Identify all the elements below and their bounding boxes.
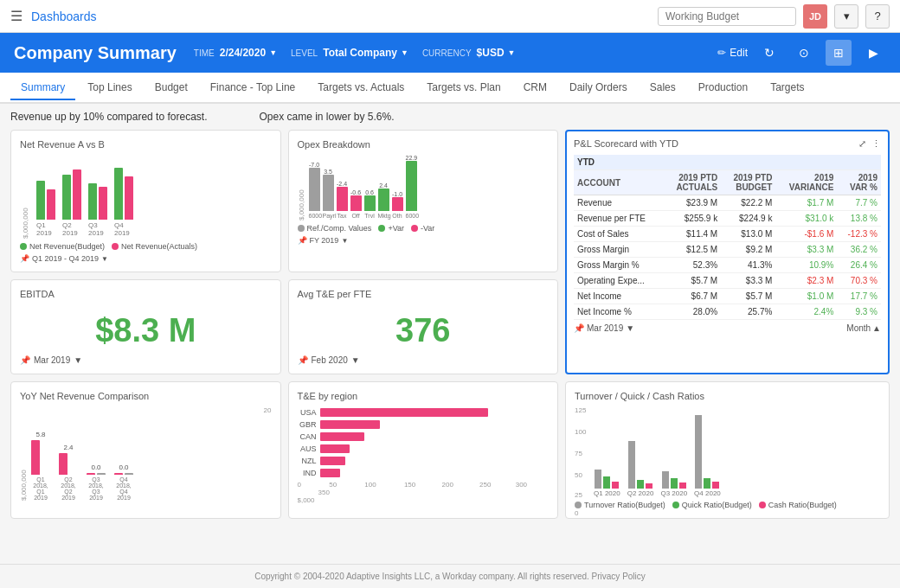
legend-actuals: Net Revenue(Actuals) (112, 242, 197, 251)
sc-arrow-icon: ▼ (626, 323, 634, 333)
tne-value: 376 (395, 314, 450, 347)
turnover-y-labels: 125 100 75 50 25 0 (575, 406, 586, 493)
opex-fill-3 (337, 187, 348, 211)
tne-filter[interactable]: 📌 Feb 2020 ▼ (298, 355, 360, 365)
opex-x-labels: 6000 Payrl Tax Off Trvl Mktg Oth 6000 (309, 211, 550, 220)
tne-region-row: USA (298, 408, 550, 417)
tab-budget[interactable]: Budget (145, 76, 198, 100)
table-row: Gross Margin$12.5 M$9.2 M$3.3 M36.2 % (574, 242, 881, 258)
tab-finance---top-line[interactable]: Finance - Top Line (200, 76, 306, 100)
nav-right: JD ▾ ? (658, 4, 890, 29)
level-value: Total Company (323, 47, 397, 59)
yoy-x4: Q4 2018, Q4 2019 (114, 476, 133, 501)
avatar[interactable]: JD (803, 4, 827, 29)
legend-cash: Cash Ratio(Budget) (759, 501, 837, 509)
opex-fill-1 (309, 168, 320, 211)
opex-fill-5 (364, 195, 376, 211)
tc-q3: Q3 2020 (660, 471, 687, 497)
col-account: ACCOUNT (574, 170, 664, 195)
pos-dot (378, 225, 385, 232)
y-25: 25 (575, 491, 582, 499)
nav-title[interactable]: Dashboards (31, 10, 97, 23)
table-row: Net Income %28.0%25.7%2.4%9.3 % (574, 304, 881, 320)
grid-button[interactable]: ⊞ (826, 40, 852, 66)
dashboard-grid: Net Revenue A vs B $,000,000 (10, 130, 890, 519)
yoy-group-4: 0.0 (114, 463, 133, 475)
tc-q1-cash (612, 482, 619, 489)
yoy-y-max: 20 (31, 406, 272, 414)
tab-sales[interactable]: Sales (640, 76, 686, 100)
tab-bar: SummaryTop LinesBudgetFinance - Top Line… (0, 73, 900, 104)
tne-region-label: CAN (298, 432, 317, 441)
turnover-card: Turnover / Quick / Cash Ratios 125 100 7… (565, 381, 890, 519)
level-control[interactable]: LEVEL Total Company ▼ (291, 47, 408, 59)
tc-q3-cash (679, 483, 686, 489)
legend-turnover: Turnover Ratio(Budget) (575, 501, 665, 509)
yoy-group-3: 0.0 (87, 463, 106, 475)
budget-label: Net Revenue(Budget) (29, 242, 105, 251)
expand-icon[interactable]: ⤢ (858, 138, 866, 150)
edit-button[interactable]: ✏ Edit (717, 47, 748, 59)
tc-q4-quick (704, 478, 710, 489)
net-revenue-legend: Net Revenue(Budget) Net Revenue(Actuals) (20, 242, 272, 251)
tne-card: Avg T&E per FTE 376 📌 Feb 2020 ▼ (288, 279, 559, 374)
level-arrow-icon: ▼ (401, 48, 408, 57)
yoy-bars: 5.8 2.4 (31, 414, 272, 475)
camera-button[interactable]: ⊙ (791, 40, 817, 66)
time-arrow-icon: ▼ (269, 48, 277, 57)
tab-summary[interactable]: Summary (10, 76, 75, 100)
more-icon[interactable]: ⋮ (871, 138, 881, 150)
opex-arrow-icon: ▼ (341, 237, 348, 245)
opex-filter-value: FY 2019 (310, 236, 339, 245)
currency-value: $USD (477, 47, 505, 59)
footer: Copyright © 2004-2020 Adaptive Insights … (0, 564, 900, 588)
scorecard-footer: 📌 Mar 2019 ▼ Month ▲ (574, 320, 881, 333)
legend-pos-var: +Var (378, 224, 404, 233)
ebitda-filter-val: Mar 2019 (34, 355, 70, 365)
tab-production[interactable]: Production (688, 76, 758, 100)
video-button[interactable]: ▶ (860, 40, 886, 66)
tab-top-lines[interactable]: Top Lines (77, 76, 142, 100)
summary-left: Revenue up by 10% compared to forecast. (10, 111, 207, 123)
filter-value: Q1 2019 - Q4 2019 (32, 254, 99, 263)
tne-x-50: 50 (329, 481, 337, 489)
tab-targets[interactable]: Targets (760, 76, 814, 100)
opex-filter[interactable]: 📌 FY 2019 ▼ (298, 236, 550, 245)
cash-dot (759, 502, 766, 508)
net-revenue-filter[interactable]: 📌 Q1 2019 - Q4 2019 ▼ (20, 254, 272, 263)
refresh-button[interactable]: ↻ (756, 40, 782, 66)
user-menu-icon[interactable]: ▾ (834, 4, 858, 29)
edit-label: Edit (730, 47, 748, 59)
currency-control[interactable]: CURRENCY $USD ▼ (422, 47, 516, 59)
yoy-y-label: $,000,000 (20, 406, 28, 501)
tne-region-bar (320, 408, 488, 417)
sc-period[interactable]: Month ▲ (846, 323, 881, 333)
tab-targets-vs.-actuals[interactable]: Targets vs. Actuals (307, 76, 415, 100)
sc-period-value: Month (846, 323, 871, 333)
yoy-x3: Q3 2018, Q3 2019 (87, 476, 106, 501)
yoy-card: YoY Net Revenue Comparison $,000,000 20 … (10, 381, 281, 519)
time-control[interactable]: TIME 2/24/2020 ▼ (194, 47, 277, 59)
help-icon[interactable]: ? (865, 4, 890, 29)
scorecard-filter[interactable]: 📌 Mar 2019 ▼ (574, 323, 634, 333)
tab-daily-orders[interactable]: Daily Orders (559, 76, 638, 100)
ebitda-filter[interactable]: 📌 Mar 2019 ▼ (20, 355, 82, 365)
search-input[interactable] (658, 7, 796, 26)
actual-bar-q3 (99, 187, 107, 220)
yoy-bars-3 (87, 473, 106, 475)
net-revenue-bars (33, 155, 272, 220)
col-variance: 2019VARIANCE (775, 170, 837, 195)
tab-crm[interactable]: CRM (513, 76, 557, 100)
tne-region-row: GBR (298, 420, 550, 429)
tne-x-300: 300 (516, 481, 527, 489)
tab-targets-vs.-plan[interactable]: Targets vs. Plan (416, 76, 511, 100)
hamburger-icon[interactable]: ☰ (10, 8, 22, 24)
yoy-bar-curr-3 (97, 473, 106, 475)
tne-x-unit: $,000 (298, 496, 550, 504)
col-var-pct: 2019VAR % (837, 170, 881, 195)
table-row: Gross Margin %52.3%41.3%10.9%26.4 % (574, 258, 881, 273)
tne-x-200: 200 (442, 481, 453, 489)
opex-x6: Mktg (378, 213, 389, 219)
turn-dot (575, 502, 582, 508)
opex-fill-2 (323, 175, 334, 211)
